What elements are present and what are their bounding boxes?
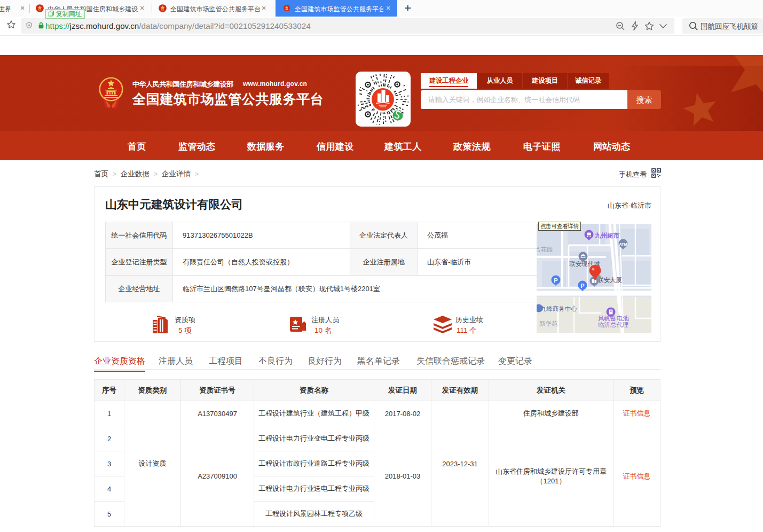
svg-text:九州超市: 九州超市 [594, 232, 620, 239]
svg-text:己花园: 己花园 [537, 246, 553, 253]
svg-text:P: P [554, 277, 557, 284]
svg-text:ATM: ATM [619, 242, 627, 247]
svg-text:新华苑: 新华苑 [539, 320, 558, 327]
svg-text:联安大厦: 联安大厦 [597, 277, 622, 283]
svg-text:风帆蓄电池: 风帆蓄电池 [598, 315, 629, 322]
svg-text:九峰商务中心: 九峰商务中心 [540, 306, 578, 312]
svg-text:临沂总代理: 临沂总代理 [598, 322, 629, 328]
svg-text:P: P [580, 283, 584, 289]
